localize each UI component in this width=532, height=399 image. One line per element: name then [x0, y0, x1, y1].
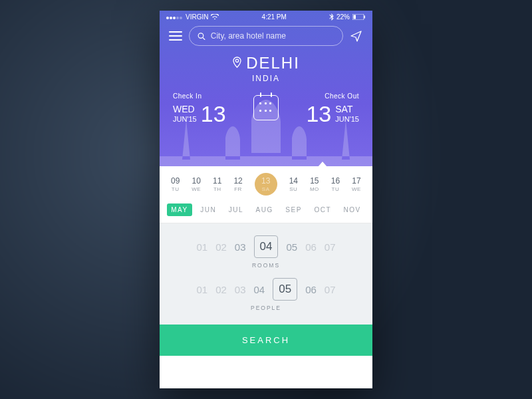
picker-option[interactable]: 02	[215, 284, 227, 295]
picker-option[interactable]: 04	[254, 235, 279, 258]
battery-label: 22%	[336, 13, 350, 21]
location-display: DELHI INDIA	[160, 54, 372, 83]
month-item[interactable]: AUG	[252, 203, 277, 216]
bluetooth-icon	[329, 13, 334, 21]
day-item[interactable]: 13SA	[255, 173, 277, 196]
month-item[interactable]: NOV	[340, 203, 365, 216]
menu-icon[interactable]	[169, 31, 182, 41]
month-item[interactable]: MAY	[167, 203, 192, 216]
day-item[interactable]: 12FR	[233, 176, 242, 192]
checkin-label: Check In	[173, 92, 201, 100]
checkin-block[interactable]: Check In WEDJUN'15 13	[173, 92, 226, 125]
battery-icon	[352, 14, 366, 20]
day-picker[interactable]: 09TU10WE11TH12FR13SA14SU15MO16TU17WE	[160, 166, 372, 201]
people-picker[interactable]: 01020304050607 PEOPLE	[160, 278, 372, 311]
month-picker[interactable]: MAYJUNJULAUGSEPOCTNOV	[160, 201, 372, 223]
hero-section: VIRGIN 4:21 PM 22% DELHI INDIA	[160, 11, 372, 166]
checkout-pointer	[318, 162, 327, 167]
city-name: DELHI	[246, 54, 300, 72]
rooms-picker[interactable]: 01020304050607 ROOMS	[160, 235, 372, 269]
picker-option[interactable]: 03	[235, 241, 246, 253]
pin-icon	[232, 57, 242, 68]
svg-line-4	[203, 37, 205, 39]
month-item[interactable]: OCT	[310, 203, 335, 216]
day-item[interactable]: 15MO	[310, 176, 319, 192]
picker-option[interactable]: 07	[325, 284, 336, 295]
wifi-icon	[211, 14, 219, 20]
clock-label: 4:21 PM	[262, 13, 287, 21]
picker-option[interactable]: 06	[305, 241, 317, 253]
month-item[interactable]: SEP	[281, 203, 306, 216]
day-item[interactable]: 11TH	[213, 176, 221, 192]
picker-option[interactable]: 06	[305, 284, 317, 295]
day-item[interactable]: 14SU	[289, 176, 298, 192]
svg-rect-2	[364, 16, 366, 19]
month-item[interactable]: JUN	[196, 203, 220, 216]
svg-point-5	[235, 59, 238, 62]
picker-option[interactable]: 05	[273, 278, 297, 301]
svg-rect-1	[354, 15, 356, 19]
day-item[interactable]: 16TU	[331, 176, 340, 192]
picker-option[interactable]: 02	[215, 241, 227, 253]
picker-option[interactable]: 01	[196, 241, 207, 253]
day-item[interactable]: 17WE	[352, 176, 361, 192]
phone-frame: VIRGIN 4:21 PM 22% DELHI INDIA	[160, 11, 372, 388]
search-input[interactable]	[211, 31, 334, 41]
signal-dots-icon	[166, 13, 183, 21]
checkout-label: Check Out	[325, 92, 359, 100]
day-item[interactable]: 10WE	[192, 176, 201, 192]
picker-option[interactable]: 03	[235, 284, 246, 295]
location-send-icon[interactable]	[350, 29, 363, 43]
day-item[interactable]: 09TU	[171, 176, 180, 192]
picker-option[interactable]: 05	[286, 241, 297, 253]
picker-option[interactable]: 07	[325, 241, 336, 253]
carrier-label: VIRGIN	[186, 13, 208, 21]
picker-option[interactable]: 01	[196, 284, 207, 295]
search-field[interactable]	[189, 26, 343, 46]
search-icon	[198, 32, 205, 41]
country-name: INDIA	[160, 74, 372, 83]
checkout-block[interactable]: Check Out 13 SATJUN'15	[306, 92, 359, 125]
calendar-icon[interactable]	[253, 95, 279, 120]
month-item[interactable]: JUL	[225, 203, 247, 216]
picker-option[interactable]: 04	[254, 284, 265, 295]
search-button[interactable]: SEARCH	[160, 325, 372, 356]
status-bar: VIRGIN 4:21 PM 22%	[160, 11, 372, 22]
